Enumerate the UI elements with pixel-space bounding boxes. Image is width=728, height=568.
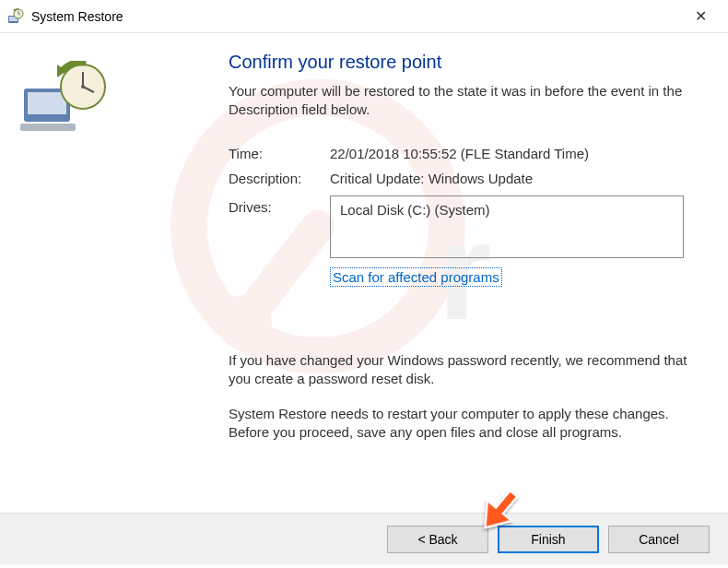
finish-button[interactable]: Finish	[498, 526, 599, 553]
cancel-button[interactable]: Cancel	[608, 526, 710, 553]
svg-rect-10	[20, 124, 76, 131]
description-value: Critical Update: Windows Update	[330, 171, 533, 186]
drives-listbox[interactable]: Local Disk (C:) (System)	[330, 195, 684, 258]
restart-note: System Restore needs to restart your com…	[229, 405, 700, 443]
drives-label: Drives:	[229, 195, 330, 258]
password-note: If you have changed your Windows passwor…	[229, 351, 700, 389]
page-subtext: Your computer will be restored to the st…	[229, 82, 700, 120]
drives-item: Local Disk (C:) (System)	[340, 202, 490, 218]
close-button[interactable]: ✕	[680, 2, 721, 31]
page-heading: Confirm your restore point	[229, 52, 700, 73]
system-restore-icon	[18, 61, 111, 135]
main-pane: Confirm your restore point Your computer…	[184, 52, 728, 513]
svg-rect-9	[28, 92, 66, 114]
time-row: Time: 22/01/2018 10:55:52 (FLE Standard …	[229, 146, 700, 161]
drives-row: Drives: Local Disk (C:) (System)	[229, 195, 700, 258]
time-label: Time:	[229, 146, 330, 161]
back-button[interactable]: < Back	[387, 526, 488, 553]
svg-point-14	[81, 85, 85, 89]
notes-section: If you have changed your Windows passwor…	[229, 351, 700, 443]
button-footer: < Back Finish Cancel	[0, 513, 728, 564]
description-label: Description:	[229, 171, 330, 186]
system-restore-titlebar-icon	[7, 8, 24, 25]
scan-affected-programs-link[interactable]: Scan for affected programs	[330, 267, 502, 287]
titlebar: System Restore ✕	[0, 0, 728, 33]
close-icon: ✕	[695, 7, 707, 25]
window-title: System Restore	[31, 9, 680, 24]
time-value: 22/01/2018 10:55:52 (FLE Standard Time)	[330, 146, 589, 161]
left-pane	[0, 52, 184, 513]
description-row: Description: Critical Update: Windows Up…	[229, 171, 700, 186]
content-area: Confirm your restore point Your computer…	[0, 33, 728, 513]
